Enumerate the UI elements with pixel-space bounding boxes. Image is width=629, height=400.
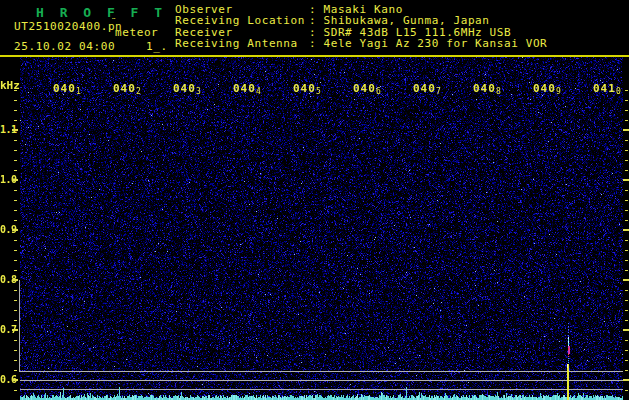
axis-tick bbox=[14, 360, 17, 361]
axis-tick bbox=[623, 129, 629, 131]
axis-tick bbox=[12, 379, 18, 381]
axis-tick bbox=[14, 270, 17, 271]
spectrogram-plot bbox=[20, 57, 623, 400]
x-axis-label: 0403 bbox=[173, 82, 201, 96]
x-axis-label: 0406 bbox=[353, 82, 381, 96]
axis-tick bbox=[14, 290, 17, 291]
axis-tick bbox=[625, 100, 628, 101]
x-axis-label-minute-digit: 9 bbox=[556, 87, 561, 96]
axis-tick bbox=[625, 320, 628, 321]
info-value: : 4ele Yagi Az 230 for Kansai VOR bbox=[309, 37, 547, 48]
info-label: Receiving Location bbox=[175, 14, 309, 25]
frame-counter: 1_. bbox=[146, 40, 168, 53]
axis-tick bbox=[14, 310, 17, 311]
x-axis-label: 0410 bbox=[593, 82, 621, 96]
axis-tick bbox=[14, 110, 17, 111]
x-axis-label-minute-digit: 0 bbox=[616, 87, 621, 96]
signal-panel-left-border bbox=[19, 280, 20, 372]
hrofft-spectrogram-window: H R O F F T UT2510020400.pn ¨ meteor 25.… bbox=[0, 0, 629, 400]
info-label: Receiver bbox=[175, 26, 309, 37]
x-axis-label-main: 040 bbox=[533, 82, 556, 95]
axis-tick bbox=[625, 300, 628, 301]
x-axis-label-main: 040 bbox=[413, 82, 436, 95]
x-axis-label-main: 040 bbox=[53, 82, 76, 95]
info-row-location: Receiving Location : Shibukawa, Gunma, J… bbox=[175, 14, 547, 25]
axis-tick bbox=[14, 320, 17, 321]
axis-tick bbox=[14, 220, 17, 221]
x-axis-label-main: 040 bbox=[233, 82, 256, 95]
output-filename: UT2510020400.pn bbox=[14, 20, 122, 33]
x-axis-label-main: 040 bbox=[173, 82, 196, 95]
axis-tick bbox=[625, 250, 628, 251]
axis-tick bbox=[623, 329, 629, 331]
axis-tick bbox=[14, 250, 17, 251]
axis-tick bbox=[625, 90, 628, 91]
axis-tick bbox=[625, 290, 628, 291]
axis-tick bbox=[625, 310, 628, 311]
axis-tick bbox=[12, 179, 18, 181]
axis-tick bbox=[14, 370, 17, 371]
axis-tick bbox=[625, 210, 628, 211]
x-axis-label-minute-digit: 6 bbox=[376, 87, 381, 96]
axis-tick bbox=[14, 190, 17, 191]
axis-tick bbox=[14, 90, 17, 91]
x-axis-label: 0409 bbox=[533, 82, 561, 96]
frame-datetime: 25.10.02 04:00 bbox=[14, 40, 115, 53]
axis-tick bbox=[625, 370, 628, 371]
info-label: Receiving Antenna bbox=[175, 37, 309, 48]
axis-tick bbox=[14, 390, 17, 391]
x-axis-label: 0407 bbox=[413, 82, 441, 96]
x-axis-label: 0402 bbox=[113, 82, 141, 96]
axis-tick bbox=[14, 240, 17, 241]
x-axis-label-minute-digit: 2 bbox=[136, 87, 141, 96]
axis-tick bbox=[623, 279, 629, 281]
axis-tick bbox=[14, 200, 17, 201]
x-axis-label: 0405 bbox=[293, 82, 321, 96]
x-axis-label: 0408 bbox=[473, 82, 501, 96]
info-row-receiver: Receiver : SDR# 43dB L15 111.6MHz USB bbox=[175, 26, 547, 37]
axis-tick bbox=[623, 379, 629, 381]
x-axis-label-minute-digit: 1 bbox=[76, 87, 81, 96]
axis-tick bbox=[623, 229, 629, 231]
axis-tick bbox=[14, 160, 17, 161]
x-axis-label-main: 040 bbox=[113, 82, 136, 95]
app-title: H R O F F T bbox=[36, 5, 166, 20]
axis-tick bbox=[625, 200, 628, 201]
axis-tick bbox=[625, 260, 628, 261]
axis-tick bbox=[14, 120, 17, 121]
x-axis-label-main: 040 bbox=[353, 82, 376, 95]
axis-tick bbox=[623, 179, 629, 181]
axis-tick bbox=[625, 240, 628, 241]
axis-tick bbox=[625, 160, 628, 161]
axis-tick bbox=[625, 340, 628, 341]
x-axis-label-main: 040 bbox=[293, 82, 316, 95]
axis-tick bbox=[625, 220, 628, 221]
axis-tick bbox=[12, 229, 18, 231]
axis-tick bbox=[14, 260, 17, 261]
axis-tick bbox=[625, 170, 628, 171]
x-axis-label-minute-digit: 8 bbox=[496, 87, 501, 96]
x-axis-label-main: 040 bbox=[473, 82, 496, 95]
axis-tick bbox=[625, 270, 628, 271]
info-row-antenna: Receiving Antenna : 4ele Yagi Az 230 for… bbox=[175, 37, 547, 48]
x-axis-label: 0404 bbox=[233, 82, 261, 96]
x-axis-label-minute-digit: 3 bbox=[196, 87, 201, 96]
x-axis-label: 0401 bbox=[53, 82, 81, 96]
axis-tick bbox=[625, 120, 628, 121]
axis-tick bbox=[625, 110, 628, 111]
axis-tick bbox=[14, 300, 17, 301]
info-value: : Masaki Kano bbox=[309, 3, 403, 14]
axis-tick bbox=[14, 340, 17, 341]
x-axis-label-minute-digit: 5 bbox=[316, 87, 321, 96]
station-name: meteor bbox=[115, 26, 158, 39]
info-row-observer: Observer : Masaki Kano bbox=[175, 3, 547, 14]
axis-tick bbox=[625, 350, 628, 351]
axis-tick bbox=[14, 140, 17, 141]
axis-tick bbox=[14, 100, 17, 101]
axis-tick bbox=[12, 279, 18, 281]
axis-tick bbox=[12, 329, 18, 331]
x-axis-label-main: 041 bbox=[593, 82, 616, 95]
axis-tick bbox=[625, 140, 628, 141]
axis-tick bbox=[14, 170, 17, 171]
observer-info-block: Observer : Masaki Kano Receiving Locatio… bbox=[175, 3, 547, 49]
